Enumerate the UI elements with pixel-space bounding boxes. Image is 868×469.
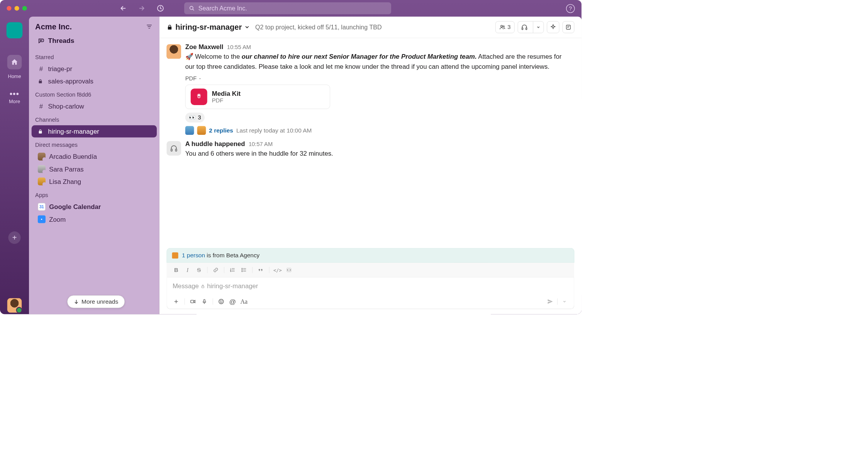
sidebar-item[interactable]: Lisa Zhang xyxy=(29,175,159,188)
channel-topic[interactable]: Q2 top project, kicked off 5/11, launchi… xyxy=(255,24,381,31)
attachment[interactable]: Media KitPDF xyxy=(185,85,330,109)
message-text: 🚀 Welcome to the our channel to hire our… xyxy=(185,52,571,71)
sparkle-icon xyxy=(550,24,556,31)
eyes-emoji: 👀 xyxy=(189,114,196,121)
sidebar-section-label[interactable]: Starred xyxy=(29,50,159,63)
link-button[interactable] xyxy=(210,265,221,275)
audio-button[interactable] xyxy=(199,297,210,306)
sidebar-item[interactable]: hiring-sr-manager xyxy=(32,125,157,137)
code-button[interactable]: </> xyxy=(273,265,283,275)
zoom-icon: ▪ xyxy=(38,215,46,223)
svg-point-2 xyxy=(501,25,503,27)
replies-meta: Last reply today at 10:00 AM xyxy=(236,127,312,134)
bold-button[interactable]: B xyxy=(171,265,181,275)
workspace-name[interactable]: Acme Inc. xyxy=(35,22,72,31)
sidebar-item-label: Zoom xyxy=(49,216,66,223)
nav-back[interactable] xyxy=(119,3,128,13)
notice-link[interactable]: 1 person xyxy=(182,252,205,258)
canvas-notes-button[interactable] xyxy=(563,21,575,33)
sidebar-item[interactable]: Sara Parras xyxy=(29,163,159,175)
huddle-button[interactable] xyxy=(518,21,544,33)
sidebar-item-label: Google Calendar xyxy=(49,203,101,211)
sidebar-item[interactable]: Arcadio Buendía xyxy=(29,150,159,163)
send-options[interactable] xyxy=(559,297,570,306)
svg-point-11 xyxy=(242,270,242,270)
history-button[interactable] xyxy=(156,3,165,13)
send-button[interactable] xyxy=(545,297,556,306)
composer-input[interactable]: Message hiring-sr-manager xyxy=(167,277,574,294)
help-button[interactable]: ? xyxy=(566,4,575,13)
sidebar-item[interactable]: #triage-pr xyxy=(29,63,159,75)
sidebar-item-label: Sara Parras xyxy=(49,165,83,173)
sidebar-item[interactable]: #Shop-carlow xyxy=(29,100,159,112)
message-author[interactable]: Zoe Maxwell xyxy=(185,43,224,51)
bullet-list-button[interactable] xyxy=(239,265,249,275)
message-text: You and 6 others were in the huddle for … xyxy=(185,149,571,158)
lock-icon xyxy=(38,129,44,134)
message-time[interactable]: 10:55 AM xyxy=(227,44,251,51)
more-unreads-pill[interactable]: More unreads xyxy=(67,295,125,308)
sidebar-section-label[interactable]: Apps xyxy=(29,188,159,201)
mention-button[interactable]: @ xyxy=(227,297,238,306)
sidebar-section-label[interactable]: Custom Section f8dd6 xyxy=(29,87,159,100)
svg-rect-6 xyxy=(566,25,571,29)
nav-forward[interactable] xyxy=(137,3,146,13)
sidebar-threads[interactable]: Threads xyxy=(29,34,159,50)
user-avatar[interactable] xyxy=(7,298,22,313)
reaction[interactable]: 👀3 xyxy=(185,112,205,122)
sidebar-item-label: Arcadio Buendía xyxy=(49,153,97,160)
svg-rect-8 xyxy=(171,149,172,151)
note-icon xyxy=(565,24,571,30)
canvas-button[interactable] xyxy=(547,21,559,33)
strike-button[interactable]: S xyxy=(194,265,204,275)
italic-button[interactable]: I xyxy=(182,265,193,275)
ordered-list-button[interactable] xyxy=(227,265,238,275)
message-composer[interactable]: B I S </> Mes xyxy=(166,263,574,309)
external-notice[interactable]: 1 person is from Beta Agency xyxy=(166,248,574,263)
huddle-icon xyxy=(166,141,181,156)
window-close[interactable] xyxy=(7,6,11,10)
rail-home[interactable] xyxy=(7,55,22,70)
huddle-dropdown[interactable] xyxy=(533,22,543,33)
attachment-type-label[interactable]: PDF xyxy=(185,75,571,82)
sidebar-section-label[interactable]: Direct messages xyxy=(29,138,159,151)
more-icon: ••• xyxy=(10,90,19,98)
search-bar[interactable] xyxy=(184,2,391,14)
search-input[interactable] xyxy=(198,5,387,12)
sidebar-item-label: Lisa Zhang xyxy=(49,178,81,185)
message-avatar[interactable] xyxy=(166,44,181,59)
rail-more[interactable]: ••• More xyxy=(9,90,20,105)
svg-rect-4 xyxy=(522,28,523,30)
attachment-subtype: PDF xyxy=(212,97,241,104)
members-button[interactable]: 3 xyxy=(495,21,515,33)
home-icon xyxy=(10,58,18,66)
filter-button[interactable] xyxy=(146,23,153,31)
add-workspace-button[interactable]: + xyxy=(8,231,20,244)
people-icon xyxy=(499,24,505,30)
sidebar-section-label[interactable]: Channels xyxy=(29,112,159,126)
codeblock-button[interactable] xyxy=(284,265,294,275)
channel-name-button[interactable]: hiring-sr-manager xyxy=(166,23,249,32)
window-controls[interactable] xyxy=(7,6,27,10)
attach-button[interactable]: + xyxy=(171,297,181,306)
dm-avatar xyxy=(38,153,46,160)
svg-rect-15 xyxy=(191,300,194,303)
formatting-button[interactable]: Aa xyxy=(239,297,249,306)
workspace-switcher[interactable] xyxy=(7,22,23,39)
replies-link[interactable]: 2 replies xyxy=(209,127,233,134)
svg-point-7 xyxy=(198,96,200,98)
thread-replies[interactable]: 2 repliesLast reply today at 10:00 AM xyxy=(185,126,571,135)
window-minimize[interactable] xyxy=(15,6,19,10)
sidebar-item[interactable]: ▪Zoom xyxy=(29,213,159,225)
dm-avatar xyxy=(38,178,46,185)
headphones-icon xyxy=(521,24,527,31)
blockquote-button[interactable] xyxy=(256,265,266,275)
window-maximize[interactable] xyxy=(22,6,27,10)
video-button[interactable] xyxy=(188,297,198,306)
svg-point-12 xyxy=(242,271,242,272)
svg-rect-9 xyxy=(175,149,176,151)
sidebar-item[interactable]: sales-approvals xyxy=(29,75,159,87)
chevron-down-icon xyxy=(244,25,249,30)
emoji-button[interactable] xyxy=(216,297,226,306)
sidebar-item[interactable]: 31Google Calendar xyxy=(29,201,159,213)
